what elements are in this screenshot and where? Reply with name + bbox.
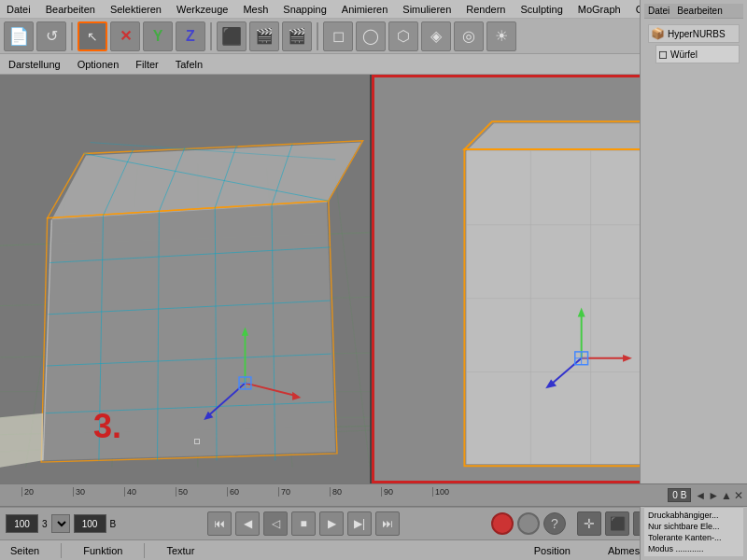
btn-scale[interactable]: ⬛ — [605, 511, 629, 536]
tool-light[interactable]: ☀ — [486, 21, 516, 51]
panel-bearbeiten[interactable]: Bearbeiten — [677, 6, 722, 16]
context-item-1[interactable]: Druckabhängiger... — [646, 510, 741, 521]
panel-tree: 📦 HyperNURBS ◻ Würfel — [644, 21, 743, 505]
step-3-label: 3. — [93, 407, 121, 446]
btn-to-start[interactable]: ⏮ — [207, 511, 232, 536]
status-bar: Seiten Funktion Textur Position Abmessun… — [0, 539, 747, 560]
toolbar: 📄 ↺ ↖ ✕ Y Z ⬛ 🎬 🎬 ◻ ◯ ⬡ ◈ ◎ ☀ — [0, 19, 747, 54]
content-wrapper: 3. — [0, 75, 747, 483]
menu-bearbeiten[interactable]: Bearbeiten — [43, 4, 98, 15]
status-textur[interactable]: Textur — [163, 545, 197, 556]
timeline-nav-left[interactable]: ◄ — [695, 489, 706, 502]
btn-play[interactable]: ▶ — [319, 511, 344, 536]
timeline-nav[interactable]: ◄ ► ▲ ✕ — [695, 489, 747, 502]
tree-item-hypernurbs[interactable]: 📦 HyperNURBS — [648, 24, 740, 43]
menu-selektieren[interactable]: Selektieren — [107, 4, 164, 15]
context-item-4[interactable]: Modus ............ — [646, 543, 741, 554]
menu-datei[interactable]: Datei — [4, 4, 34, 15]
frame-start-input[interactable] — [6, 514, 38, 533]
frame-mode-select[interactable]: B — [51, 514, 70, 533]
hypernurbs-icon: 📦 — [651, 27, 665, 40]
menu-mesh[interactable]: Mesh — [240, 4, 271, 15]
info-panel: Datei Bearbeiten 📦 HyperNURBS ◻ Würfel D… — [640, 0, 747, 560]
view-darstellung[interactable]: Darstellung — [6, 59, 63, 70]
menu-mograph[interactable]: MoGraph — [575, 4, 624, 15]
btn-info[interactable]: ? — [543, 512, 566, 535]
menu-animieren[interactable]: Animieren — [339, 4, 391, 15]
btn-move[interactable]: ✛ — [577, 511, 601, 536]
context-item-3[interactable]: Tolerante Kanten-... — [646, 532, 741, 543]
btn-prev-frame[interactable]: ◀ — [235, 511, 260, 536]
tool-cone[interactable]: ⬡ — [388, 21, 418, 51]
tool-sphere[interactable]: ◯ — [356, 21, 386, 51]
timeline-nav-right[interactable]: ► — [708, 489, 719, 502]
menu-werkzeuge[interactable]: Werkzeuge — [174, 4, 231, 15]
tool-open[interactable]: ↺ — [36, 21, 66, 51]
tool-sep-1 — [71, 22, 73, 50]
tool-deform[interactable]: ◈ — [421, 21, 451, 51]
frame-label-3: 3 — [42, 519, 48, 529]
tool-z[interactable]: Z — [176, 21, 205, 51]
menu-bar: Datei Bearbeiten Selektieren Werkzeuge M… — [0, 0, 747, 19]
tool-sep-3 — [317, 22, 318, 50]
btn-stop[interactable]: ■ — [291, 511, 316, 536]
tool-animate[interactable]: ⬛ — [217, 21, 247, 51]
tool-cube[interactable]: ◻ — [323, 21, 353, 51]
view-options-bar: Darstellung Optionen Filter Tafeln ⟺ ↑ ↻… — [0, 54, 747, 75]
timeline-bar: 20 30 40 50 60 70 80 90 100 0 B ◄ ► ▲ ✕ — [0, 483, 747, 507]
hypernurbs-label: HyperNURBS — [668, 29, 726, 39]
viewports-area: 3. — [0, 75, 747, 483]
context-menu: Druckabhängiger... Nur sichtbare Ele... … — [644, 507, 743, 556]
timeline-zoom[interactable]: ✕ — [734, 489, 743, 502]
view-tafeln[interactable]: Tafeln — [173, 59, 205, 70]
btn-to-end[interactable]: ⏭ — [375, 511, 400, 536]
tool-timeline[interactable]: 🎬 — [249, 21, 279, 51]
context-item-2[interactable]: Nur sichtbare Ele... — [646, 521, 741, 532]
view-filter[interactable]: Filter — [133, 59, 161, 70]
btn-record[interactable] — [491, 512, 514, 535]
status-sep-1 — [61, 543, 62, 558]
transport-bar: 3 B B ⏮ ◀ ◁ ■ ▶ ▶| ⏭ ? ✛ ⬛ ↺ ● ⊞ ⚙ — [0, 507, 747, 539]
frame-end-input[interactable] — [74, 514, 106, 533]
left-viewport[interactable]: 3. — [0, 75, 372, 483]
timeline-nav-up[interactable]: ▲ — [721, 489, 732, 502]
tool-nurbs[interactable]: ◎ — [454, 21, 484, 51]
tool-sep-2 — [210, 22, 212, 50]
tool-y[interactable]: Y — [143, 21, 173, 51]
timeline-ruler[interactable]: 20 30 40 50 60 70 80 90 100 — [0, 484, 664, 506]
menu-sculpting[interactable]: Sculpting — [518, 4, 566, 15]
tool-new[interactable]: 📄 — [4, 21, 34, 51]
menu-rendern[interactable]: Rendern — [463, 4, 508, 15]
tree-item-wuerfel[interactable]: ◻ Würfel — [655, 45, 740, 63]
menu-snapping[interactable]: Snapping — [280, 4, 330, 15]
btn-record-2[interactable] — [517, 512, 540, 535]
btn-prev-play[interactable]: ◁ — [263, 511, 288, 536]
status-sep-2 — [144, 543, 145, 558]
tool-model[interactable]: ↖ — [78, 21, 107, 51]
panel-datei[interactable]: Datei — [648, 6, 669, 16]
position-label: Position — [534, 545, 571, 556]
wuerfel-label: Würfel — [670, 49, 698, 60]
menu-simulieren[interactable]: Simulieren — [400, 4, 454, 15]
tool-x[interactable]: ✕ — [110, 21, 140, 51]
panel-header: Datei Bearbeiten — [644, 4, 743, 19]
frame-label-b: B — [110, 519, 117, 529]
tool-render[interactable]: 🎬 — [282, 21, 312, 51]
frame-display: 0 B — [668, 488, 691, 502]
btn-next-frame[interactable]: ▶| — [347, 511, 372, 536]
wuerfel-icon: ◻ — [658, 48, 668, 61]
left-scene-svg — [0, 75, 370, 483]
status-funktion[interactable]: Funktion — [80, 545, 125, 556]
status-seiten[interactable]: Seiten — [7, 545, 42, 556]
view-optionen[interactable]: Optionen — [75, 59, 122, 70]
